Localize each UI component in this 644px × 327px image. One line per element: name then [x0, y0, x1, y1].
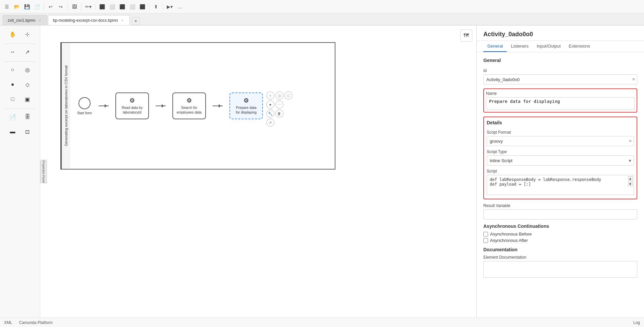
async-after-label: Asynchronous After — [490, 238, 528, 243]
status-bar: XML Camunda Platform Log — [0, 318, 644, 327]
tab-bp-modeling[interactable]: bp-modeling-excerpt-csv-docx.bpmn ○ — [48, 15, 130, 25]
script-format-input-wrapper: ✕ — [487, 136, 634, 146]
open-button[interactable]: 📂 — [13, 3, 21, 11]
script-scroll-down[interactable]: ▼ — [628, 182, 633, 186]
resize-tool-button[interactable]: ↔ — [6, 46, 19, 58]
doc-tool-button[interactable]: 📄 — [6, 111, 19, 123]
sub-proc-tool-button[interactable]: ▣ — [21, 93, 34, 105]
circle-thick-tool-button[interactable]: ◎ — [21, 64, 34, 76]
lasso-tool-button[interactable]: ⊹ — [21, 28, 34, 40]
tool-group-events: ○ ◎ — [6, 64, 34, 76]
play-dropdown-button[interactable]: ▶▾ — [166, 3, 174, 11]
ctx-circle-icon[interactable]: ○ — [266, 91, 274, 100]
result-variable-input[interactable] — [483, 209, 637, 219]
script-format-clear-button[interactable]: ✕ — [629, 139, 632, 143]
distribute-v-button[interactable]: ⬛ — [138, 3, 146, 11]
align-right-button[interactable]: ⬛ — [118, 3, 126, 11]
add-tab-button[interactable]: + — [132, 17, 140, 25]
name-input[interactable]: Prepare data for displaying — [486, 97, 635, 110]
pool-content: Start form ⚙ Read data bylaboratoryId ⚙ — [70, 43, 335, 169]
gateway-tool-button[interactable]: ◇ — [21, 78, 34, 90]
tab-label: bp-modeling-excerpt-csv-docx.bpmn — [53, 18, 118, 23]
ctx-diamond-icon[interactable]: ◇ — [275, 91, 283, 100]
tool-sep-3 — [4, 109, 36, 109]
status-log[interactable]: Log — [633, 320, 640, 325]
edit-dropdown-button[interactable]: ✏▾ — [84, 3, 92, 11]
id-input[interactable] — [483, 74, 637, 84]
upload-button[interactable]: ⬆ — [152, 3, 160, 11]
tab-zvit-csv1[interactable]: zvit_csv1.bpmn ○ — [3, 15, 47, 25]
more-button[interactable]: … — [176, 3, 184, 11]
group-tool-button[interactable]: ⊡ — [21, 126, 34, 138]
script-textarea[interactable]: def labResponseBody = labResponse.respon… — [487, 175, 634, 195]
redo-button[interactable]: ↪ — [57, 3, 65, 11]
task-label: Prepare datafor displaying — [236, 106, 257, 115]
event-tool-button[interactable]: ● — [6, 78, 19, 90]
async-before-checkbox[interactable] — [483, 232, 488, 237]
properties-tabs: General Listeners Input/Output Extension… — [477, 41, 644, 52]
circle-tool-button[interactable]: ○ — [6, 64, 19, 76]
properties-body: General Id ✕ Name Prepare data for displ… — [477, 52, 644, 283]
task-icon: ⚙ — [186, 97, 192, 104]
align-center-button[interactable]: ⬜ — [108, 3, 116, 11]
ctx-delete-icon[interactable]: 🗑 — [275, 110, 283, 118]
script-textarea-wrapper: def labResponseBody = labResponse.respon… — [487, 175, 634, 196]
data-store-tool-button[interactable]: 🗄 — [21, 111, 34, 123]
script-format-input[interactable] — [487, 136, 634, 146]
tool-group-pool: ▬ ⊡ — [6, 126, 34, 138]
pool-tool-button[interactable]: ▬ — [6, 126, 19, 138]
ctx-append-icon[interactable]: ↗ — [266, 119, 274, 127]
hand-tool-button[interactable]: ✋ — [6, 28, 19, 40]
image-button[interactable]: 🖼 — [70, 3, 78, 11]
id-field-group: Id ✕ — [483, 68, 637, 84]
ctx-rect-icon[interactable]: □ — [284, 91, 292, 100]
async-after-checkbox[interactable] — [483, 238, 488, 243]
ctx-wrench-icon[interactable]: 🔧 — [266, 110, 274, 118]
properties-title: Activity_0ado0o0 — [477, 25, 644, 41]
tab-input-output[interactable]: Input/Output — [533, 41, 565, 52]
rect-tool-button[interactable]: □ — [6, 93, 19, 105]
async-title: Asynchronous Continuations — [483, 223, 637, 229]
arrow-tool-button[interactable]: ↗ — [21, 46, 34, 58]
script-format-label: Script Format — [487, 130, 634, 135]
ctx-connect-icon[interactable]: ⋯ — [275, 101, 283, 109]
tab-extensions[interactable]: Extensions — [565, 41, 594, 52]
tool-sep-2 — [4, 61, 36, 62]
ctx-event-icon[interactable]: ● — [266, 101, 274, 109]
align-left-button[interactable]: ⬛ — [98, 3, 106, 11]
pool-label: Generating excerpt on laboratories in CS… — [61, 43, 70, 169]
tab-general[interactable]: General — [483, 41, 507, 52]
sequence-flow-2 — [156, 106, 166, 106]
tab-close-button[interactable]: ○ — [120, 18, 125, 23]
task-prepare-data[interactable]: ⚙ Prepare datafor displaying ○ ◇ □ ● — [229, 92, 263, 119]
script-type-select[interactable]: Inline Script External Resource — [487, 155, 634, 166]
diagram-container: Generating excerpt on laboratories in CS… — [60, 42, 352, 216]
canvas-area[interactable]: 🗺 Properties Panel Generating excerpt on… — [40, 25, 476, 318]
left-tool-panel: ✋ ⊹ ↔ ↗ ○ ◎ ● ◇ □ ▣ 📄 🗄 ▬ ⊡ — [0, 25, 40, 318]
separator-5 — [149, 3, 149, 10]
task-icon: ⚙ — [129, 97, 135, 104]
task-read-data[interactable]: ⚙ Read data bylaboratoryId — [115, 92, 149, 119]
menu-button[interactable]: ☰ — [3, 3, 11, 11]
save-button[interactable]: 💾 — [23, 3, 31, 11]
element-doc-textarea[interactable] — [483, 261, 637, 278]
task-label: Read data bylaboratoryId — [122, 106, 143, 115]
name-field-group: Name Prepare data for displaying — [483, 88, 637, 113]
task-search-employees[interactable]: ⚙ Search foremployees data — [172, 92, 206, 119]
script-type-label: Script Type — [487, 149, 634, 154]
task-label: Search foremployees data — [177, 106, 202, 115]
id-clear-button[interactable]: ✕ — [632, 77, 635, 82]
tab-listeners[interactable]: Listeners — [507, 41, 533, 52]
script-type-group: Script Type Inline Script External Resou… — [487, 149, 634, 166]
start-event[interactable] — [78, 97, 91, 109]
name-label: Name — [486, 91, 635, 96]
script-scroll-up[interactable]: ▲ — [628, 176, 633, 181]
separator-4 — [95, 3, 95, 10]
minimap-button[interactable]: 🗺 — [460, 29, 472, 42]
export-button[interactable]: 📄 — [33, 3, 41, 11]
script-group: Script def labResponseBody = labResponse… — [487, 169, 634, 196]
distribute-h-button[interactable]: ⬜ — [128, 3, 136, 11]
tab-close-button[interactable]: ○ — [38, 18, 42, 23]
properties-panel-toggle[interactable]: Properties Panel — [40, 160, 47, 183]
undo-button[interactable]: ↩ — [47, 3, 55, 11]
